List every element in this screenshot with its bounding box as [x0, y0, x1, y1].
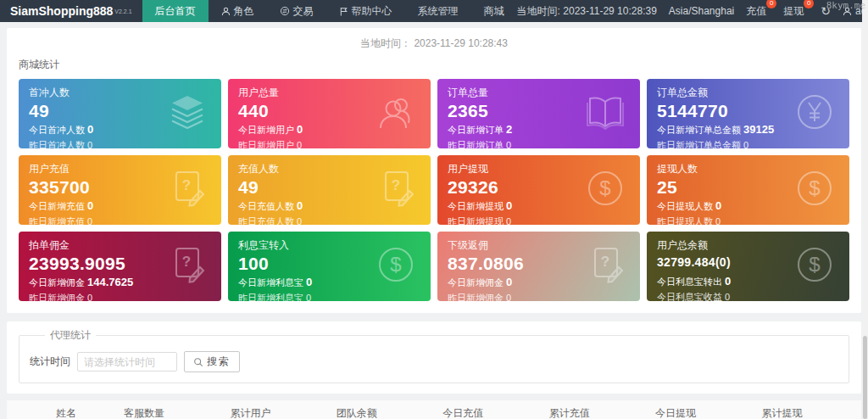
card-yesterday-line: 昨日新增订单0 [448, 139, 630, 148]
users-icon [375, 92, 417, 135]
card-sub-value: 0 [743, 140, 748, 148]
agent-table: 姓名客服数量累计用户团队余额今日充值累计充值今日提现累计提现 scb001000… [7, 400, 861, 419]
top-navbar: SiamShopping888 V2.2.1 后台首页角色交易帮助中心系统管理商… [0, 0, 868, 22]
dollar-circle-icon: $ [793, 243, 836, 289]
table-header-8: 累计提现 [755, 400, 861, 419]
card-sub-label: 今日新增订单总金额 [657, 125, 741, 135]
stats-grid: 首冲人数49今日首冲人数0昨日首冲人数0用户总量440今日新增用户0昨日新增用户… [19, 79, 849, 301]
nav-item-2[interactable]: 角色 [209, 0, 267, 22]
card-yesterday-line: 昨日首冲人数0 [29, 139, 211, 148]
dollar-circle-icon: $ [584, 167, 626, 213]
flag-icon [339, 7, 348, 16]
agent-stats-fieldset: 代理统计 统计时间 搜索 [19, 328, 849, 383]
card-sub-label: 昨日新增订单总金额 [657, 140, 741, 148]
card-sub-value: 144.7625 [87, 276, 133, 288]
table-header-3: 累计用户 [223, 400, 329, 419]
card-sub-value: 0 [87, 140, 92, 148]
card-sub-value: 0 [715, 216, 721, 225]
card-sub-value: 0 [725, 292, 730, 301]
card-yesterday-line: 今日利息宝收益0 [657, 291, 839, 301]
card-yesterday-line: 昨日新增佣金0 [448, 292, 630, 301]
card-sub-value: 0 [87, 199, 93, 212]
card-sub-label: 今日利息宝收益 [657, 292, 722, 301]
card-sub-value: 0 [715, 199, 721, 212]
card-sub-label: 今日利息宝转出 [657, 277, 722, 287]
nav-item-6[interactable]: 商城 [471, 0, 517, 22]
svg-text:?: ? [182, 254, 191, 270]
stat-card-5: 用户充值335700今日新增充值0昨日新增充值0? [19, 155, 221, 225]
stat-card-9: 拍单佣金23993.9095今日新增佣金144.7625昨日新增佣金0? [19, 232, 221, 301]
card-sub-value: 0 [297, 216, 302, 225]
card-sub-value: 0 [506, 216, 511, 225]
card-yesterday-line: 昨日新增提现0 [448, 215, 630, 225]
app-logo-text: SiamShopping888 [10, 4, 113, 18]
navbar-local-time: 当地时间: 2023-11-29 10:28:39 [517, 4, 657, 19]
app-version: V2.2.1 [114, 8, 131, 14]
card-yesterday-line: 昨日新增充值0 [29, 215, 211, 225]
search-icon [193, 357, 203, 367]
content-local-time: 当地时间： 2023-11-29 10:28:43 [19, 33, 849, 56]
stat-card-2: 用户总量440今日新增用户0昨日新增用户0 [228, 79, 431, 148]
card-sub-label: 昨日新增订单 [448, 140, 504, 148]
search-button[interactable]: 搜索 [184, 351, 240, 372]
doc-question-icon: ? [376, 168, 417, 212]
card-sub-value: 0 [506, 199, 512, 212]
book-icon [584, 94, 626, 133]
card-sub-label: 今日新增利息宝 [238, 277, 303, 288]
doc-question-icon: ? [586, 244, 626, 288]
nav-item-label: 交易 [293, 4, 314, 19]
navbar-timezone: Asia/Shanghai [669, 5, 734, 17]
card-sub-label: 今日新增订单 [448, 125, 504, 135]
card-sub-value: 0 [297, 140, 302, 148]
nav-menu: 后台首页角色交易帮助中心系统管理商城 [142, 0, 517, 22]
svg-text:?: ? [601, 254, 609, 270]
stat-card-11: 下级返佣837.0806今日新增佣金0昨日新增佣金0? [437, 232, 640, 301]
card-sub-label: 今日提现人数 [657, 201, 713, 211]
page-scrollbar[interactable] [862, 0, 868, 419]
card-sub-value: 0 [87, 293, 92, 301]
nav-item-4[interactable]: 帮助中心 [326, 0, 405, 22]
card-sub-value: 39125 [743, 123, 774, 136]
table-header-5: 今日充值 [436, 400, 542, 419]
card-sub-label: 昨日提现人数 [657, 216, 713, 225]
site-watermark: 8kym.me [826, 0, 865, 11]
card-yesterday-line: 昨日新增用户0 [238, 139, 420, 148]
nav-item-label: 角色 [234, 4, 254, 19]
scrollbar-thumb[interactable] [863, 336, 867, 419]
card-yesterday-line: 昨日新增佣金0 [29, 292, 211, 301]
nav-item-3[interactable]: 交易 [267, 0, 326, 22]
recharge-menu[interactable]: 充值 0 [746, 4, 771, 19]
nav-item-5[interactable]: 系统管理 [405, 0, 471, 22]
exchange-icon [280, 6, 290, 16]
svg-text:$: $ [390, 253, 401, 276]
card-yesterday-line: 昨日充值人数0 [238, 215, 420, 225]
page-content: 当地时间： 2023-11-29 10:28:43 商城统计 首冲人数49今日首… [0, 22, 868, 419]
svg-text:?: ? [182, 177, 191, 193]
agent-stats-title: 代理统计 [45, 328, 96, 343]
card-sub-value: 0 [87, 216, 92, 225]
table-header-row: 姓名客服数量累计用户团队余额今日充值累计充值今日提现累计提现 [7, 400, 861, 419]
stat-time-label: 统计时间 [30, 355, 70, 369]
withdraw-menu[interactable]: 提现 0 [783, 4, 809, 19]
table-header-2: 客服数量 [117, 400, 223, 419]
agent-table-panel: 姓名客服数量累计用户团队余额今日充值累计充值今日提现累计提现 scb001000… [7, 400, 861, 419]
card-sub-label: 昨日新增用户 [238, 140, 294, 148]
stat-card-10: 利息宝转入100今日新增利息宝0昨日新增利息宝0$ [228, 232, 431, 301]
stat-card-4: 订单总金额5144770今日新增订单总金额39125昨日新增订单总金额0 [647, 79, 849, 148]
table-header-6: 累计充值 [542, 400, 648, 419]
stat-card-6: 充值人数49今日充值人数0昨日充值人数0? [228, 155, 431, 225]
stat-card-7: 用户提现29326今日新增提现0昨日新增提现0$ [437, 155, 640, 225]
doc-question-icon: ? [167, 168, 208, 212]
card-sub-value: 0 [87, 123, 93, 136]
card-sub-label: 昨日新增佣金 [29, 293, 85, 301]
stat-card-3: 订单总量2365今日新增订单2昨日新增订单0 [437, 79, 640, 148]
card-yesterday-line: 昨日提现人数0 [657, 215, 839, 225]
card-sub-value: 2 [506, 123, 512, 136]
stat-card-1: 首冲人数49今日首冲人数0昨日首冲人数0 [19, 79, 221, 148]
nav-item-1[interactable]: 后台首页 [142, 0, 209, 22]
stat-time-input[interactable] [77, 352, 177, 372]
card-sub-value: 0 [297, 123, 303, 136]
search-button-label: 搜索 [207, 355, 231, 369]
recharge-badge: 0 [766, 0, 776, 8]
card-sub-value: 0 [306, 293, 311, 301]
